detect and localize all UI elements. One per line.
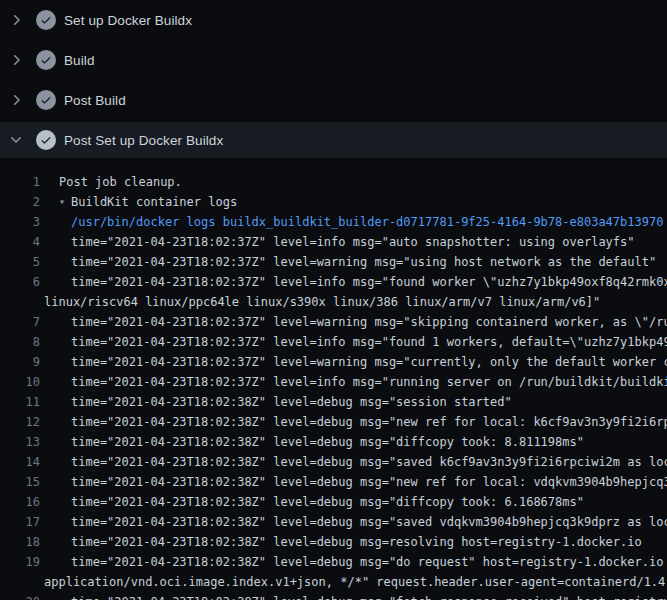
step-label: Set up Docker Buildx	[64, 13, 192, 28]
log-row: 4time="2021-04-23T18:02:37Z" level=info …	[0, 232, 667, 252]
log-row: 11time="2021-04-23T18:02:38Z" level=debu…	[0, 392, 667, 412]
log-text: time="2021-04-23T18:02:37Z" level=info m…	[71, 332, 667, 352]
log-command-text: /usr/bin/docker logs buildx_buildkit_bui…	[71, 212, 663, 232]
chevron-right-icon	[8, 12, 24, 28]
log-row: 15time="2021-04-23T18:02:38Z" level=debu…	[0, 472, 667, 492]
log-row: 1Post job cleanup.	[0, 172, 667, 192]
step-label: Post Build	[64, 93, 126, 108]
line-number-link[interactable]: 14	[0, 452, 40, 472]
line-number-link[interactable]: 20	[0, 592, 40, 600]
check-circle-icon	[36, 10, 56, 30]
log-row: 5time="2021-04-23T18:02:37Z" level=warni…	[0, 252, 667, 272]
line-number-link[interactable]: 17	[0, 512, 40, 532]
line-number-link	[0, 572, 40, 592]
line-number-link[interactable]: 2	[0, 192, 40, 212]
log-text: time="2021-04-23T18:02:38Z" level=debug …	[71, 492, 584, 512]
log-text: time="2021-04-23T18:02:37Z" level=warnin…	[71, 352, 667, 372]
chevron-right-icon	[8, 52, 24, 68]
log-text: linux/riscv64 linux/ppc64le linux/s390x …	[44, 292, 600, 312]
log-text: time="2021-04-23T18:02:38Z" level=debug …	[71, 452, 667, 472]
log-row: linux/riscv64 linux/ppc64le linux/s390x …	[0, 292, 667, 312]
line-number-link[interactable]: 9	[0, 352, 40, 372]
log-text: time="2021-04-23T18:02:38Z" level=debug …	[71, 432, 584, 452]
step-header-post-set-up-docker-buildx[interactable]: Post Set up Docker Buildx	[0, 122, 667, 158]
chevron-down-icon	[8, 132, 24, 148]
log-row: 19time="2021-04-23T18:02:38Z" level=debu…	[0, 552, 667, 572]
step-label: Post Set up Docker Buildx	[64, 133, 223, 148]
check-circle-icon	[36, 50, 56, 70]
log-text: application/vnd.oci.image.index.v1+json,…	[44, 572, 667, 592]
log-text: time="2021-04-23T18:02:37Z" level=warnin…	[71, 252, 656, 272]
log-text: time="2021-04-23T18:02:38Z" level=debug …	[71, 412, 667, 432]
log-row: 3/usr/bin/docker logs buildx_buildkit_bu…	[0, 212, 667, 232]
line-number-link[interactable]: 7	[0, 312, 40, 332]
line-number-link	[0, 292, 40, 312]
step-header-set-up-docker-buildx[interactable]: Set up Docker Buildx	[0, 0, 667, 40]
line-number-link[interactable]: 13	[0, 432, 40, 452]
line-number-link[interactable]: 16	[0, 492, 40, 512]
log-row: 17time="2021-04-23T18:02:38Z" level=debu…	[0, 512, 667, 532]
step-header-build[interactable]: Build	[0, 40, 667, 80]
log-row: 10time="2021-04-23T18:02:37Z" level=info…	[0, 372, 667, 392]
actions-log-viewer: { "colors": { "page_bg": "#0a0c10", "sel…	[0, 0, 667, 600]
log-text: time="2021-04-23T18:02:37Z" level=info m…	[71, 272, 667, 292]
step-header-post-build[interactable]: Post Build	[0, 80, 667, 120]
log-row: 8time="2021-04-23T18:02:37Z" level=info …	[0, 332, 667, 352]
log-text: time="2021-04-23T18:02:37Z" level=info m…	[71, 372, 667, 392]
line-number-link[interactable]: 6	[0, 272, 40, 292]
log-text: time="2021-04-23T18:02:37Z" level=warnin…	[71, 312, 667, 332]
log-text: time="2021-04-23T18:02:38Z" level=debug …	[71, 592, 667, 600]
line-number-link[interactable]: 11	[0, 392, 40, 412]
line-number-link[interactable]: 3	[0, 212, 40, 232]
log-row: 18time="2021-04-23T18:02:38Z" level=debu…	[0, 532, 667, 552]
log-row: 20time="2021-04-23T18:02:38Z" level=debu…	[0, 592, 667, 600]
steps-list: Set up Docker BuildxBuildPost BuildPost …	[0, 0, 667, 158]
log-text: time="2021-04-23T18:02:37Z" level=info m…	[71, 232, 635, 252]
log-row: application/vnd.oci.image.index.v1+json,…	[0, 572, 667, 592]
log-row: 13time="2021-04-23T18:02:38Z" level=debu…	[0, 432, 667, 452]
line-number-link[interactable]: 18	[0, 532, 40, 552]
log-text: time="2021-04-23T18:02:38Z" level=debug …	[71, 532, 642, 552]
log-pane: 1Post job cleanup.2▾BuildKit container l…	[0, 160, 667, 600]
log-group-label: BuildKit container logs	[71, 192, 237, 212]
log-row: 12time="2021-04-23T18:02:38Z" level=debu…	[0, 412, 667, 432]
line-number-link[interactable]: 15	[0, 472, 40, 492]
check-circle-icon	[36, 90, 56, 110]
log-row: 16time="2021-04-23T18:02:38Z" level=debu…	[0, 492, 667, 512]
check-circle-icon	[36, 130, 56, 150]
line-number-link[interactable]: 10	[0, 372, 40, 392]
line-number-link[interactable]: 8	[0, 332, 40, 352]
log-row: 9time="2021-04-23T18:02:37Z" level=warni…	[0, 352, 667, 372]
log-text: time="2021-04-23T18:02:38Z" level=debug …	[71, 512, 667, 532]
line-number-link[interactable]: 1	[0, 172, 40, 192]
line-number-link[interactable]: 19	[0, 552, 40, 572]
log-row: 2▾BuildKit container logs	[0, 192, 667, 212]
chevron-right-icon	[8, 92, 24, 108]
line-number-link[interactable]: 5	[0, 252, 40, 272]
line-number-link[interactable]: 12	[0, 412, 40, 432]
log-row: 7time="2021-04-23T18:02:37Z" level=warni…	[0, 312, 667, 332]
log-text: time="2021-04-23T18:02:38Z" level=debug …	[71, 552, 667, 572]
log-group-toggle-icon[interactable]: ▾	[59, 192, 71, 212]
log-text: time="2021-04-23T18:02:38Z" level=debug …	[71, 392, 512, 412]
log-text: time="2021-04-23T18:02:38Z" level=debug …	[71, 472, 667, 492]
log-text: Post job cleanup.	[59, 172, 182, 192]
step-label: Build	[64, 53, 95, 68]
log-row: 6time="2021-04-23T18:02:37Z" level=info …	[0, 272, 667, 292]
line-number-link[interactable]: 4	[0, 232, 40, 252]
log-row: 14time="2021-04-23T18:02:38Z" level=debu…	[0, 452, 667, 472]
